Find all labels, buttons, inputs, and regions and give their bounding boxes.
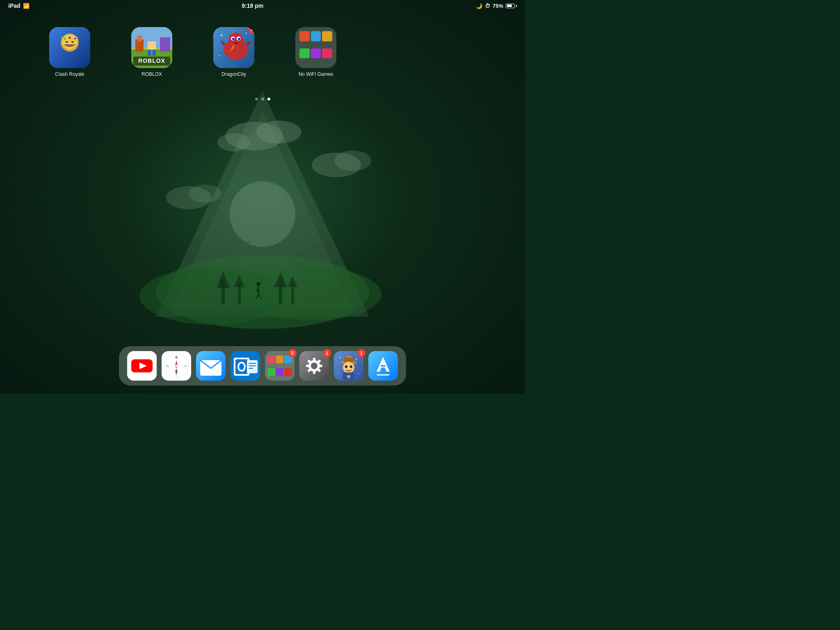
dock-safari[interactable]: N S E W (162, 351, 191, 381)
svg-rect-43 (153, 50, 156, 56)
dragon-city-label: DragonCity (221, 71, 246, 77)
clash-royale-icon[interactable] (49, 27, 90, 68)
dock-youtube[interactable] (127, 351, 157, 381)
clash-royale-label: Clash Royale (55, 71, 84, 77)
status-bar: iPad 📶 9:18 pm 🌙 ⏱ 75% (0, 0, 525, 11)
page-dot-2[interactable] (261, 98, 264, 100)
svg-point-103 (343, 362, 354, 373)
dock-outlook[interactable] (231, 351, 260, 381)
device-name: iPad (8, 2, 21, 9)
page-dot-1[interactable] (255, 98, 258, 100)
dock: N S E W (119, 346, 406, 386)
svg-point-21 (256, 282, 260, 286)
app-roblox[interactable]: ROBLOX ROBLOX (123, 27, 180, 77)
battery-percent: 75% (493, 3, 503, 9)
svg-point-104 (345, 365, 347, 368)
do-not-disturb-icon: 🌙 (476, 3, 482, 9)
game-app-badge: 1 (357, 349, 365, 357)
svg-rect-41 (148, 41, 156, 50)
svg-rect-39 (137, 35, 142, 41)
svg-point-32 (68, 37, 71, 39)
wifi-icon: 📶 (23, 3, 30, 9)
svg-point-55 (238, 38, 240, 40)
dock-app-store[interactable] (368, 351, 398, 381)
svg-point-51 (228, 33, 243, 48)
svg-point-49 (219, 55, 220, 57)
svg-point-12 (242, 267, 381, 321)
svg-point-4 (256, 121, 301, 144)
roblox-icon[interactable]: ROBLOX (131, 27, 172, 68)
svg-point-79 (239, 363, 244, 370)
outlook-icon[interactable] (231, 351, 260, 381)
svg-text:ROBLOX: ROBLOX (138, 57, 165, 64)
svg-point-47 (221, 34, 222, 36)
screen-time-icon: ⏱ (485, 3, 490, 9)
svg-point-96 (339, 356, 341, 358)
app-dragon-city[interactable]: 2 (205, 27, 262, 77)
svg-point-2 (230, 181, 295, 247)
svg-point-9 (189, 185, 221, 203)
dock-folder[interactable]: 5 (265, 351, 294, 381)
dock-settings[interactable]: 1 (299, 351, 329, 381)
svg-text:N: N (175, 356, 177, 359)
svg-point-105 (350, 365, 352, 368)
battery-icon (506, 4, 517, 8)
svg-rect-88 (313, 371, 315, 374)
svg-point-33 (64, 38, 65, 39)
status-left: iPad 📶 (8, 2, 30, 9)
status-right: 🌙 ⏱ 75% (476, 3, 517, 9)
svg-point-5 (217, 133, 250, 151)
svg-point-98 (338, 373, 339, 374)
dock-game-app[interactable]: 1 (334, 351, 363, 381)
svg-point-72 (175, 365, 178, 367)
no-wifi-games-icon[interactable] (295, 27, 336, 68)
dock-mail[interactable] (196, 351, 226, 381)
page-dot-3[interactable] (267, 98, 270, 100)
svg-point-99 (358, 373, 359, 374)
youtube-icon[interactable] (127, 351, 157, 381)
page-dots (0, 98, 525, 100)
svg-text:E: E (184, 365, 186, 368)
svg-rect-87 (313, 358, 315, 361)
svg-point-7 (334, 151, 371, 171)
svg-text:W: W (167, 365, 169, 368)
app-grid: Clash Royale ROBLOX (0, 11, 386, 94)
svg-rect-89 (306, 365, 309, 367)
svg-rect-102 (345, 356, 352, 358)
svg-rect-80 (247, 360, 258, 373)
dock-folder-badge: 5 (288, 349, 297, 357)
app-store-icon[interactable] (368, 351, 398, 381)
mail-icon[interactable] (196, 351, 226, 381)
svg-rect-40 (160, 37, 170, 52)
svg-rect-42 (148, 50, 151, 56)
svg-point-34 (74, 38, 76, 39)
svg-point-86 (311, 363, 317, 369)
app-clash-royale[interactable]: Clash Royale (41, 27, 98, 77)
svg-point-48 (246, 33, 247, 34)
clock: 9:18 pm (242, 2, 263, 9)
svg-point-97 (356, 358, 357, 360)
settings-badge: 1 (323, 349, 331, 357)
safari-icon[interactable]: N S E W (162, 351, 191, 381)
no-wifi-games-label: No WiFi Games (299, 71, 333, 77)
dragon-city-icon[interactable]: 2 (213, 27, 254, 68)
svg-rect-90 (319, 365, 322, 367)
roblox-label: ROBLOX (142, 71, 162, 77)
svg-point-54 (232, 38, 235, 40)
app-no-wifi-games[interactable]: No WiFi Games (287, 27, 345, 77)
wallpaper-art (139, 79, 386, 325)
